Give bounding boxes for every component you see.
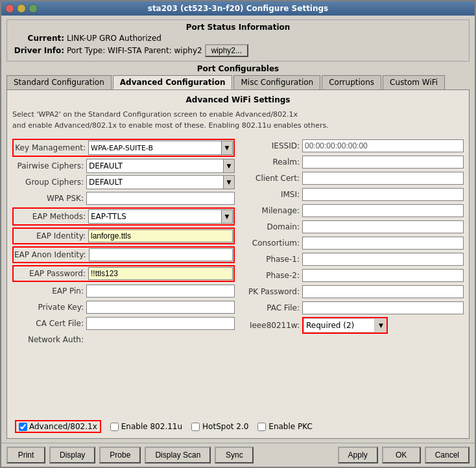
advanced-802x-group: Advanced/802.1x xyxy=(15,420,101,433)
eap-pin-input[interactable] xyxy=(86,285,235,298)
driver-row: Driver Info: Port Type: WIFI-STA Parent:… xyxy=(12,44,464,57)
pk-password-label: PK Password: xyxy=(241,287,300,296)
iessid-label: IESSID: xyxy=(241,141,300,150)
pairwise-dropdown-btn[interactable]: ▼ xyxy=(223,159,235,173)
phase2-label: Phase-2: xyxy=(241,271,300,280)
eap-methods-dropdown-btn[interactable]: ▼ xyxy=(221,209,233,224)
checkboxes-row: Advanced/802.1x Enable 802.11u HotSpot 2… xyxy=(12,420,464,433)
private-key-label: Private Key: xyxy=(12,303,84,312)
ieee80211w-select-wrapper: Required (2) ▼ xyxy=(302,317,388,334)
enable-pkc-label: Enable PKC xyxy=(268,422,313,431)
close-window-btn[interactable] xyxy=(5,4,14,13)
left-column: Key Management: WPA-EAP-SUITE-B ▼ Pairwi… xyxy=(12,139,235,415)
wiphy-button[interactable]: wiphy2... xyxy=(205,44,248,57)
pairwise-select-wrapper: DEFAULT ▼ xyxy=(86,159,235,173)
port-config-title: Port Configurables xyxy=(6,64,470,73)
key-management-select-wrapper: WPA-EAP-SUITE-B ▼ xyxy=(88,141,233,155)
eap-anon-input[interactable] xyxy=(89,248,233,261)
ok-button[interactable]: OK xyxy=(382,447,421,463)
eap-methods-value[interactable]: EAP-TTLS xyxy=(88,209,221,224)
client-cert-input[interactable] xyxy=(302,172,464,185)
driver-label: Driver Info: xyxy=(12,46,64,55)
phase1-label: Phase-1: xyxy=(241,255,300,264)
tab-corruptions[interactable]: Corruptions xyxy=(322,75,381,89)
advanced-tab-title: Advanced WiFi Settings xyxy=(12,95,464,104)
milenage-label: Milenage: xyxy=(241,206,300,215)
right-buttons: Apply OK Cancel xyxy=(338,447,470,463)
display-scan-button[interactable]: Display Scan xyxy=(145,447,211,463)
tab-standard[interactable]: Standard Configuration xyxy=(6,75,112,89)
right-column: IESSID: 00:00:00:00:00:00 Realm: Client … xyxy=(241,139,464,415)
private-key-input[interactable] xyxy=(86,301,235,314)
group-value[interactable]: DEFAULT xyxy=(86,175,223,189)
realm-input[interactable] xyxy=(302,156,464,169)
domain-input[interactable] xyxy=(302,220,464,233)
hotspot-checkbox[interactable] xyxy=(191,423,200,431)
ieee80211w-dropdown-btn[interactable]: ▼ xyxy=(375,318,387,333)
display-button[interactable]: Display xyxy=(49,447,95,463)
consortium-label: Consortium: xyxy=(241,239,300,248)
enable-pkc-checkbox[interactable] xyxy=(257,423,266,431)
cancel-button[interactable]: Cancel xyxy=(425,447,470,463)
milenage-input[interactable] xyxy=(302,204,464,217)
phase1-input[interactable] xyxy=(302,253,464,266)
minimize-btn[interactable] xyxy=(17,4,26,13)
wpa-psk-input[interactable] xyxy=(86,192,235,205)
pac-file-label: PAC File: xyxy=(241,303,300,312)
ieee80211w-row: Ieee80211w: Required (2) ▼ xyxy=(241,317,464,334)
tab-advanced[interactable]: Advanced Configuration xyxy=(113,75,233,89)
imsi-input[interactable] xyxy=(302,188,464,201)
eap-password-input[interactable]: !!ttls123 xyxy=(88,267,233,280)
group-label: Group Ciphers: xyxy=(12,178,84,187)
tab-misc[interactable]: Misc Configuration xyxy=(233,75,320,89)
maximize-btn[interactable] xyxy=(29,4,38,13)
print-button[interactable]: Print xyxy=(6,447,45,463)
ca-cert-row: CA Cert File: xyxy=(12,316,235,331)
enable-80211u-group: Enable 802.11u xyxy=(110,422,182,431)
eap-identity-row: EAP Identity: lanforge.ttls xyxy=(12,228,235,244)
eap-pin-label: EAP Pin: xyxy=(12,287,84,296)
network-auth-row: Network Auth: xyxy=(12,333,235,347)
phase2-input[interactable] xyxy=(302,269,464,282)
enable-80211u-label: Enable 802.11u xyxy=(121,422,182,431)
realm-row: Realm: xyxy=(241,155,464,169)
pairwise-value[interactable]: DEFAULT xyxy=(86,159,223,173)
port-status-section: Port Status Information Current: LINK-UP… xyxy=(6,19,470,62)
eap-password-label: EAP Password: xyxy=(14,269,86,278)
eap-methods-row: EAP Methods: EAP-TTLS ▼ xyxy=(12,207,235,226)
iessid-row: IESSID: 00:00:00:00:00:00 xyxy=(241,139,464,153)
tab-content-advanced: Advanced WiFi Settings Select 'WPA2' on … xyxy=(6,89,470,439)
eap-methods-label: EAP Methods: xyxy=(14,212,86,221)
ieee80211w-label: Ieee80211w: xyxy=(241,321,300,330)
main-window: sta203 (ct523-3n-f20) Configure Settings… xyxy=(0,0,476,468)
tab-custom-wifi[interactable]: Custom WiFi xyxy=(383,75,445,89)
consortium-row: Consortium: xyxy=(241,236,464,250)
imsi-row: IMSI: xyxy=(241,187,464,202)
pk-password-input[interactable] xyxy=(302,285,464,298)
current-value: LINK-UP GRO Authorized xyxy=(67,34,161,43)
sync-button[interactable]: Sync xyxy=(215,447,254,463)
phase1-row: Phase-1: xyxy=(241,252,464,266)
bottom-bar: Print Display Probe Display Scan Sync Ap… xyxy=(1,443,475,467)
group-row: Group Ciphers: DEFAULT ▼ xyxy=(12,175,235,189)
domain-row: Domain: xyxy=(241,220,464,234)
group-dropdown-btn[interactable]: ▼ xyxy=(223,175,235,189)
iessid-input[interactable]: 00:00:00:00:00:00 xyxy=(302,139,464,152)
enable-80211u-checkbox[interactable] xyxy=(110,423,119,431)
advanced-802x-label: Advanced/802.1x xyxy=(29,422,97,431)
imsi-label: IMSI: xyxy=(241,190,300,199)
client-cert-row: Client Cert: xyxy=(241,171,464,185)
advanced-802x-checkbox[interactable] xyxy=(19,423,27,431)
consortium-input[interactable] xyxy=(302,237,464,250)
apply-button[interactable]: Apply xyxy=(338,447,378,463)
eap-identity-input[interactable]: lanforge.ttls xyxy=(88,229,233,242)
client-cert-label: Client Cert: xyxy=(241,174,300,183)
port-status-title: Port Status Information xyxy=(12,23,464,32)
ca-cert-input[interactable] xyxy=(86,317,235,330)
pac-file-input[interactable] xyxy=(302,301,464,314)
key-management-dropdown-btn[interactable]: ▼ xyxy=(221,141,233,155)
ieee80211w-value[interactable]: Required (2) xyxy=(303,318,375,333)
key-management-value[interactable]: WPA-EAP-SUITE-B xyxy=(88,141,221,155)
settings-grid: Key Management: WPA-EAP-SUITE-B ▼ Pairwi… xyxy=(12,139,464,415)
probe-button[interactable]: Probe xyxy=(99,447,141,463)
